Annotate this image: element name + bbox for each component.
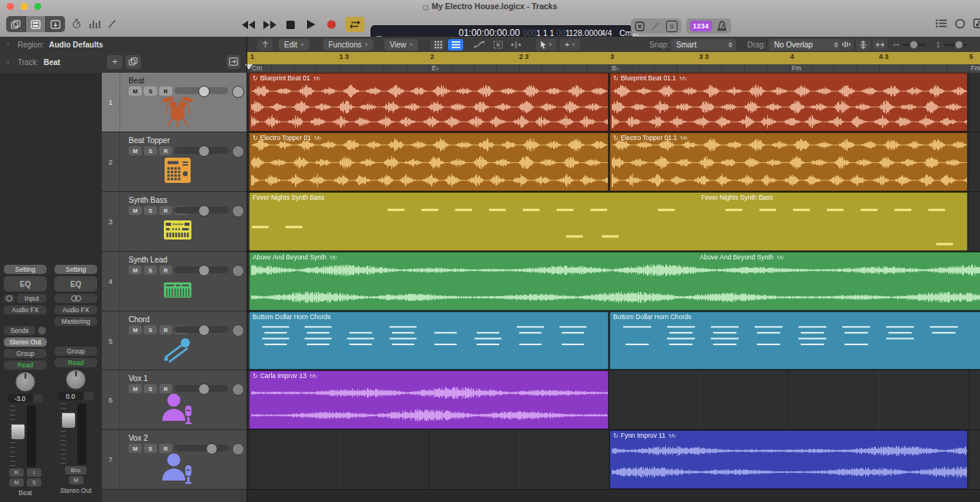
volume-value[interactable]: -3.0 xyxy=(8,394,32,403)
nudge-up-button[interactable] xyxy=(257,39,273,51)
track-header-beat[interactable]: 1BeatMSR xyxy=(102,73,247,132)
pencil-button[interactable] xyxy=(106,18,118,30)
horizontal-auto-zoom-button[interactable] xyxy=(873,39,887,51)
channel-fader[interactable] xyxy=(4,406,47,467)
strip-input-button[interactable]: Input xyxy=(17,294,47,303)
region-fever-nights-synth-bass[interactable]: Fever Nights Synth BassFever Nights Synt… xyxy=(249,192,968,251)
record-enable-button[interactable]: R xyxy=(9,468,24,477)
volume-slider-knob[interactable] xyxy=(198,86,210,97)
toggle-inspector-button[interactable] xyxy=(26,16,46,32)
mute-button[interactable]: M xyxy=(129,384,142,393)
waveform-zoom-button[interactable] xyxy=(839,39,854,51)
strip-group-button[interactable]: Group xyxy=(54,347,97,356)
strip-group-button[interactable]: Group xyxy=(4,349,47,358)
track-header-chord[interactable]: 5ChordMSRI xyxy=(102,311,247,370)
region-fynn-improv-11[interactable]: ↻Fynn Improv 11↻↻ xyxy=(609,430,968,489)
vertical-zoom-slider[interactable] xyxy=(936,41,967,47)
strip-output-button[interactable]: Stereo Out xyxy=(4,337,47,347)
timeline-ruler[interactable]: 11 322 333 344 35 CmE♭B♭FmFm xyxy=(247,52,980,73)
mute-button[interactable]: M xyxy=(129,266,142,275)
play-button[interactable] xyxy=(304,18,318,31)
strip-eq-button[interactable]: EQ xyxy=(54,276,97,292)
horizontal-zoom-slider[interactable] xyxy=(893,41,926,47)
fader-cap[interactable] xyxy=(11,424,24,439)
fader-cap[interactable] xyxy=(62,412,75,428)
track-pan-knob[interactable] xyxy=(232,443,244,455)
snap-dropdown[interactable]: Smart xyxy=(671,39,736,51)
track-header-beat-topper[interactable]: 2Beat TopperMSR xyxy=(102,132,247,192)
track-header-synth-lead[interactable]: 4Synth LeadMSR xyxy=(102,252,247,311)
volume-slider-knob[interactable] xyxy=(198,145,210,157)
solo-button[interactable]: S xyxy=(144,266,157,275)
toggle-toolbar-button[interactable] xyxy=(46,16,65,32)
mute-button[interactable]: M xyxy=(129,206,142,215)
grid-view-button[interactable] xyxy=(430,39,446,51)
view-menu[interactable]: View∨ xyxy=(384,39,418,51)
functions-menu[interactable]: Functions∨ xyxy=(323,39,374,51)
volume-slider-knob[interactable] xyxy=(206,443,217,455)
send-knob[interactable] xyxy=(38,326,47,335)
list-editors-button[interactable] xyxy=(936,18,947,29)
list-view-button[interactable] xyxy=(448,39,463,51)
solo-button[interactable]: S xyxy=(144,86,157,96)
solo-button[interactable]: S xyxy=(144,384,157,393)
bounce-button[interactable]: Bnc xyxy=(65,466,87,474)
mute-button[interactable]: M xyxy=(129,86,142,96)
track-disclosure-icon[interactable]: › xyxy=(7,58,9,66)
tuner-button[interactable] xyxy=(70,18,83,30)
volume-slider-knob[interactable] xyxy=(198,324,210,336)
input-format-icon[interactable] xyxy=(4,295,15,302)
count-in-button[interactable]: 1234 xyxy=(690,21,712,31)
pan-knob[interactable] xyxy=(66,370,86,390)
solo-button[interactable]: S xyxy=(144,444,157,453)
output-format-button[interactable] xyxy=(54,294,97,303)
region-blueprint-beat-01.1[interactable]: ↻Blueprint Beat 01.1↻↻ xyxy=(609,73,968,132)
input-monitor-button[interactable]: I xyxy=(27,468,41,477)
metronome-button[interactable] xyxy=(717,21,727,31)
track-pan-knob[interactable] xyxy=(232,383,244,396)
command-click-tool-menu[interactable]: +∨ xyxy=(560,39,580,51)
track-pan-knob[interactable] xyxy=(232,205,244,217)
forward-button[interactable] xyxy=(263,18,276,31)
volume-slider-knob[interactable] xyxy=(198,383,210,395)
strip-setting-button[interactable]: Setting xyxy=(4,265,47,274)
mute-button[interactable]: M xyxy=(69,476,83,484)
cycle-range[interactable]: 11 322 333 344 35 xyxy=(247,52,980,65)
browsers-button[interactable] xyxy=(973,18,980,29)
region-bottom-dollar-horn-chords[interactable]: Bottom Dollar Horn Chords xyxy=(609,311,980,370)
track-pan-knob[interactable] xyxy=(232,86,244,98)
region-inspector-row[interactable]: › Region: Audio Defaults xyxy=(0,37,247,52)
mute-button[interactable]: M xyxy=(129,325,142,334)
track-header-synth-bass[interactable]: 3Synth BassMSRI xyxy=(102,192,247,252)
region-disclosure-icon[interactable]: › xyxy=(7,41,9,48)
strip-sends-button[interactable]: Sends xyxy=(4,326,35,335)
region-bottom-dollar-horn-chords[interactable]: Bottom Dollar Horn Chords xyxy=(249,311,609,370)
autopunch-button[interactable] xyxy=(651,21,660,31)
region-above-and-beyond-synth[interactable]: Above And Beyond Synth↻↻Above And Beyond… xyxy=(249,252,980,311)
mute-button[interactable]: M xyxy=(129,146,142,155)
volume-value[interactable]: 0.0 xyxy=(58,392,83,400)
strip-audio-fx-slot[interactable]: Audio FX xyxy=(4,305,47,315)
solo-button[interactable]: S xyxy=(144,206,157,215)
strip-mastering-slot[interactable]: Mastering xyxy=(54,317,97,326)
region-carla-improv-13[interactable]: ↻Carla Improv 13↻↻ xyxy=(249,370,609,429)
add-track-button[interactable]: + xyxy=(107,55,122,69)
solo-button[interactable]: S xyxy=(144,325,157,334)
edit-menu[interactable]: Edit∨ xyxy=(279,39,309,51)
marquee-tool-button[interactable] xyxy=(490,39,505,51)
solo-mode-button[interactable]: S xyxy=(666,21,678,32)
track-pan-knob[interactable] xyxy=(232,145,244,158)
replace-mode-button[interactable] xyxy=(635,21,645,31)
track-pan-knob[interactable] xyxy=(232,324,244,337)
mute-button[interactable]: M xyxy=(129,444,142,453)
toggle-library-button[interactable] xyxy=(6,16,26,32)
apple-loops-button[interactable] xyxy=(955,18,965,29)
solo-button[interactable]: S xyxy=(144,146,157,155)
pan-knob[interactable] xyxy=(15,372,35,392)
rewind-button[interactable] xyxy=(242,18,256,31)
strip-automation-button[interactable]: Read xyxy=(4,360,47,370)
region-electro-topper-01[interactable]: ↻Electro Topper 01↻↻ xyxy=(249,132,609,191)
volume-slider-knob[interactable] xyxy=(198,265,210,276)
volume-slider-knob[interactable] xyxy=(198,205,210,217)
mute-button[interactable]: M xyxy=(9,478,24,487)
